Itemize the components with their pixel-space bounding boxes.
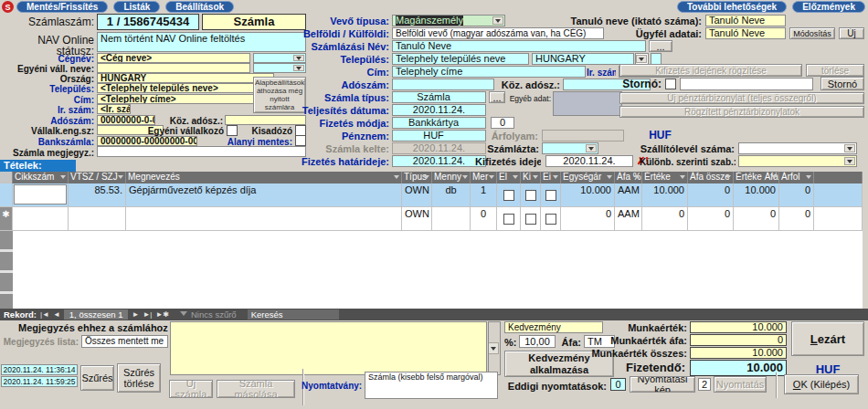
col-ki[interactable]: Ki (521, 172, 541, 184)
filter-icon[interactable] (553, 174, 559, 181)
first-record-button[interactable]: |◄ (40, 309, 49, 320)
cell-vtsz[interactable]: 85.53. (69, 184, 126, 207)
cell-el[interactable] (497, 184, 521, 207)
invoice-type-select[interactable]: Számla (392, 91, 486, 103)
cell-tipus[interactable]: OWN (402, 184, 432, 207)
ki-checkbox[interactable] (525, 214, 536, 225)
filter-icon[interactable] (60, 174, 67, 181)
payment-date-field[interactable]: 2020.11.24. (545, 155, 633, 167)
company-name-field[interactable]: <Cég neve> (97, 53, 250, 63)
discount-percent-field[interactable]: 10,00 (519, 335, 556, 348)
cell-ei[interactable] (541, 207, 561, 231)
dropdown-arrow-icon[interactable] (488, 342, 499, 354)
prev-record-button[interactable]: ◄ (53, 309, 60, 320)
ei-checkbox[interactable] (545, 214, 556, 225)
customer-type-select[interactable]: Magánszemély (392, 15, 505, 26)
cell-megnevezes[interactable]: Gépjárművezető képzés díja (126, 184, 402, 207)
dropdown-arrow-icon[interactable] (636, 55, 647, 63)
new-record-button[interactable]: ►✱ (155, 309, 169, 320)
col-arfol[interactable]: Árfol (779, 172, 814, 184)
dropdown-arrow-icon[interactable] (844, 157, 855, 165)
cell-menny[interactable] (432, 207, 471, 231)
menu-settings[interactable]: Beállítások (165, 1, 234, 13)
zip-field[interactable]: <Ir. szám> (97, 104, 131, 114)
cell-arfol[interactable]: 0 (779, 207, 814, 231)
filter-icon[interactable] (462, 174, 469, 181)
cell-ei[interactable] (541, 184, 561, 207)
dropdown-arrow-icon[interactable] (492, 16, 503, 25)
country-field[interactable]: HUNGARY (97, 73, 274, 83)
cell-egysegar[interactable]: 0 (561, 207, 615, 231)
settlement-field[interactable]: <Telephely település neve> (97, 83, 274, 93)
ei-checkbox[interactable] (545, 190, 556, 201)
dropdown-arrow-icon[interactable] (586, 144, 597, 152)
cell-afa-ossz[interactable]: 0 (688, 184, 734, 207)
recorded-cash-receipts-button[interactable]: Rögzített pénztárbizonylatok (619, 106, 864, 118)
storno-field[interactable] (680, 78, 813, 90)
cell-ertek-afa[interactable]: 10.000 (734, 184, 779, 207)
filter-icon[interactable] (771, 174, 778, 181)
student-name-select[interactable]: Tanuló Neve (705, 15, 786, 26)
cell-el[interactable] (497, 207, 521, 231)
domestic-foreign-select[interactable]: Belföldi vevő (magyar adószáma van, ha C… (392, 27, 604, 39)
menu-lists[interactable]: Listák (113, 1, 160, 13)
billing-settlement-field[interactable]: Telephely település neve (392, 53, 529, 65)
cell-ertek-afa[interactable]: 0 (734, 207, 779, 231)
cell-ki[interactable] (521, 207, 541, 231)
filter-icon[interactable] (394, 174, 400, 181)
cell-afa[interactable]: AAM (615, 207, 642, 231)
record-payment-date-button[interactable]: Kifizetés idejének rögzítése (619, 64, 802, 77)
cell-ertek[interactable]: 10.000 (642, 184, 688, 207)
modify-button[interactable]: Módosítás (789, 27, 835, 39)
col-afa[interactable]: Áfa % (615, 172, 642, 184)
special-rule-select[interactable] (738, 155, 857, 167)
copy-invoice-button[interactable]: Számla másolása (217, 380, 295, 398)
print-form-select[interactable]: Számla (kisebb felső margóval) (365, 372, 498, 399)
col-vtsz[interactable]: VTSZ / SZJ (69, 172, 126, 184)
billing-tax-number-field[interactable] (392, 79, 494, 90)
cell-ertek[interactable]: 0 (642, 207, 688, 231)
filter-icon[interactable] (424, 174, 430, 181)
invoice-note-field[interactable] (97, 146, 306, 157)
billing-name-more-button[interactable]: ... (649, 40, 672, 52)
address-field[interactable]: <Telephely címe> (97, 94, 274, 104)
new-client-button[interactable]: Új (839, 27, 864, 39)
next-record-button[interactable]: ► (132, 309, 139, 320)
cell-afa[interactable]: AAM (615, 184, 642, 207)
cikkszam-combo[interactable] (14, 184, 67, 204)
row-selector[interactable] (0, 184, 13, 207)
cell-cikkszam[interactable] (13, 184, 69, 207)
menu-more-options[interactable]: További lehetőségek (677, 1, 787, 13)
print-preview-button[interactable]: Nyomtatási kép (630, 376, 695, 393)
filter-button[interactable]: Szűrés (80, 365, 114, 391)
col-egysegar[interactable]: Egységár (561, 172, 615, 184)
col-megnevezes[interactable]: Megnevezés (126, 172, 402, 184)
cell-tipus[interactable]: OWN (402, 207, 432, 231)
filter-icon[interactable] (725, 174, 732, 181)
col-cikkszam[interactable]: Cikkszám (13, 172, 69, 184)
community-tax-field[interactable] (225, 115, 306, 125)
col-menny[interactable]: Menny (432, 172, 471, 184)
last-record-button[interactable]: ►| (143, 309, 152, 320)
menu-history[interactable]: Előzmények (792, 1, 865, 13)
print-button[interactable]: Nyomtatás (714, 376, 767, 393)
filter-icon[interactable] (118, 174, 124, 181)
payment-deadline-field[interactable]: 2020.11.24. (392, 155, 486, 167)
col-ertek[interactable]: Értéke (642, 172, 688, 184)
cell-afa-ossz[interactable]: 0 (688, 207, 734, 231)
payment-method-extra-field[interactable]: 0 (491, 117, 514, 129)
other-data-box[interactable] (553, 91, 622, 116)
filter-icon[interactable] (607, 174, 613, 181)
closed-button[interactable]: Lezárt (791, 321, 864, 356)
col-afa-ossz[interactable]: Áfa össze (688, 172, 734, 184)
storno-checkbox[interactable] (665, 79, 676, 89)
cell-vtsz[interactable] (69, 207, 126, 231)
filter-icon[interactable] (806, 174, 812, 181)
invoice-type-more-button[interactable]: ... (489, 91, 505, 103)
cell-egysegar[interactable]: 10.000 (561, 184, 615, 207)
col-ei[interactable]: Ei (541, 172, 561, 184)
storno-button[interactable]: Stornó (820, 77, 864, 90)
bank-account-field[interactable]: 00000000-00000000-00000000 (97, 136, 197, 146)
ki-checkbox[interactable] (525, 190, 536, 201)
filter-icon[interactable] (533, 174, 539, 181)
